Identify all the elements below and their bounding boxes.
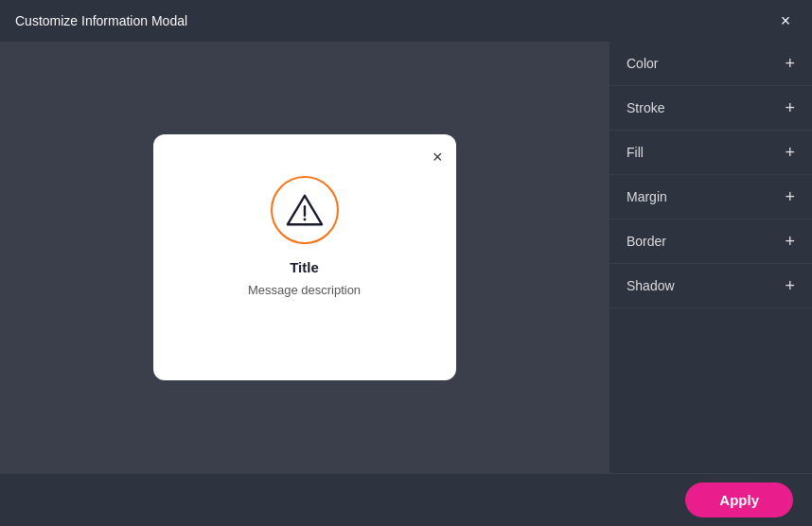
panel-item-label-color: Color: [627, 56, 658, 71]
bottom-bar: Apply: [0, 473, 812, 526]
panel-item-shadow[interactable]: Shadow+: [609, 264, 812, 308]
panel-item-plus-icon-fill: +: [785, 144, 795, 161]
panel-item-stroke[interactable]: Stroke+: [609, 86, 812, 131]
panel-item-fill[interactable]: Fill+: [609, 131, 812, 175]
panel-item-border[interactable]: Border+: [609, 219, 812, 264]
modal-card-title: Title: [290, 259, 319, 275]
svg-point-1: [303, 219, 306, 221]
panel-item-label-fill: Fill: [627, 145, 644, 160]
panel-item-plus-icon-stroke: +: [785, 99, 795, 116]
title-bar-close-button[interactable]: ×: [774, 9, 797, 32]
modal-card-description: Message description: [248, 283, 361, 297]
panel-item-margin[interactable]: Margin+: [609, 175, 812, 219]
modal-card-close-button[interactable]: ×: [432, 148, 443, 167]
warning-triangle-icon: [285, 192, 325, 228]
right-panel: Color+Stroke+Fill+Margin+Border+Shadow+: [609, 42, 812, 473]
warning-icon-circle: [271, 176, 339, 244]
modal-card-preview: × Title Message description: [153, 134, 456, 380]
panel-item-label-border: Border: [627, 234, 666, 249]
dialog-title: Customize Information Modal: [15, 13, 187, 28]
panel-item-color[interactable]: Color+: [609, 42, 812, 86]
apply-button[interactable]: Apply: [685, 482, 793, 517]
panel-item-label-shadow: Shadow: [627, 278, 675, 293]
panel-item-label-margin: Margin: [627, 189, 667, 204]
panel-item-plus-icon-margin: +: [785, 188, 795, 205]
panel-item-plus-icon-shadow: +: [785, 277, 795, 294]
panel-item-plus-icon-border: +: [785, 233, 795, 250]
panel-item-label-stroke: Stroke: [627, 100, 664, 115]
preview-area: × Title Message description: [0, 42, 609, 473]
panel-item-plus-icon-color: +: [785, 55, 795, 72]
main-area: × Title Message description Color+Stroke…: [0, 42, 812, 473]
title-bar: Customize Information Modal ×: [0, 0, 812, 42]
